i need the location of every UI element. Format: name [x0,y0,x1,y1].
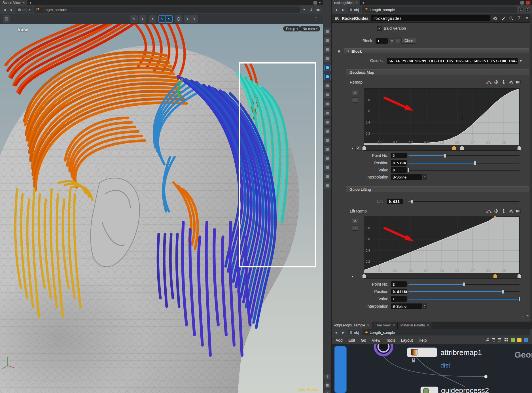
tab-material-palette[interactable]: Material Palette ✕ [398,322,432,329]
display-tool-icon[interactable] [324,92,330,98]
brush-icon[interactable] [500,16,506,21]
network-canvas[interactable]: attribremap1 dist guideprocess2 Geom [332,344,532,393]
ramp-collapse-icon[interactable]: ▾ [350,146,355,151]
ramp-collapse-icon[interactable]: ▾ [350,274,355,279]
viewport-tool-icon[interactable] [175,15,182,23]
block-field[interactable]: 1 [376,38,388,44]
tab-network-path[interactable]: /obj/Length_sample ✕ [332,322,372,329]
close-icon[interactable]: ✕ [393,324,395,327]
list-view-icon[interactable] [498,338,502,343]
remap-interp-stepper[interactable]: ▲▼ [423,174,427,180]
back-button[interactable]: ◀ [333,7,339,12]
ramp-point-dot[interactable] [461,117,463,120]
display-tool-icon[interactable] [324,28,330,35]
pane-layout-icon[interactable] [520,1,524,5]
ramp-delete-button[interactable]: ✕ [352,90,358,95]
display-tool-icon[interactable] [324,128,330,134]
liftramp-interp-dropdown[interactable]: B-Spline [391,303,422,309]
lift-slider[interactable] [408,199,520,204]
display-tool-icon[interactable] [324,110,330,116]
record-icon[interactable] [526,1,530,5]
forward-button[interactable]: ▶ [340,7,346,12]
guide-lifting-header[interactable]: Guide Lifting [346,186,529,192]
remap-value-slider[interactable] [408,167,520,173]
block-section-header[interactable]: ▼ Block [344,48,529,54]
remap-interp-dropdown[interactable]: B-Spline [391,174,422,180]
guides-field[interactable]: 56 74 79-80 98-99 101-103 105 107-145 14… [387,58,518,64]
liftramp-interp-stepper[interactable]: ▲▼ [423,303,427,309]
ramp-point-handle[interactable] [460,146,464,150]
remap-point-field[interactable]: 2 [391,153,407,158]
block-increment-button[interactable]: + [389,38,395,43]
liftramp-point-slider[interactable] [408,281,520,287]
forward-button[interactable]: ▶ [340,330,346,335]
back-button[interactable]: ◀ [2,7,7,12]
display-tool-icon[interactable] [324,101,330,107]
guideprocess-node[interactable] [421,387,438,393]
move-vertical-icon[interactable] [501,208,506,214]
pane-resize-controls[interactable]: ↔ ≡ [520,313,529,318]
ramp-options-icon[interactable] [355,146,361,151]
lift-ramp-handles[interactable] [364,273,520,279]
display-tool-icon[interactable] [324,65,330,71]
display-tool-icon[interactable] [324,37,330,44]
node-path-field[interactable]: Length_sample [362,7,517,13]
menu-go[interactable]: Go [361,338,366,343]
persp-view-button[interactable]: Persp ▾ [283,26,301,31]
display-tool-icon[interactable] [324,164,330,171]
viewport-tool-icon[interactable] [158,15,166,23]
liftramp-position-field[interactable]: 0.84486 [391,289,407,294]
expand-icon[interactable]: ▶ [520,59,522,62]
export-icon[interactable] [511,338,515,342]
menu-icon[interactable]: ≡ [524,16,530,21]
move-vertical-icon[interactable] [501,79,506,85]
params-scroll-strip[interactable] [530,14,532,322]
ramp-point-handle[interactable] [518,146,521,150]
remap-ramp-handles[interactable] [364,145,520,151]
add-tab-button[interactable]: + [28,0,33,5]
edit-network-icon[interactable] [517,338,522,342]
strip-bottom-icon[interactable]: ▦ [324,382,330,388]
display-tool-icon[interactable] [324,173,330,180]
close-icon[interactable]: ✕ [355,1,358,4]
dot-node[interactable] [484,375,488,378]
node-path-field[interactable]: Length_sample [34,7,300,13]
gear-icon[interactable] [508,79,514,85]
close-icon[interactable]: ✕ [367,324,369,327]
move-all-icon[interactable] [493,208,499,214]
display-tool-icon[interactable] [324,83,330,89]
geodesic-map-header[interactable]: Geodesic Map [346,69,529,75]
ramp-point-handle[interactable] [493,274,497,278]
section-menu-icon[interactable]: ≡ [336,49,342,54]
move-all-icon[interactable] [493,79,499,85]
node-path-field[interactable]: Length_sample [362,329,530,335]
wrench-icon[interactable] [485,338,489,343]
display-tool-icon[interactable] [324,46,330,53]
menu-tools[interactable]: Tools [386,338,395,343]
viewport-3d[interactable]: View Persp ▾ No cam ▾ Indie Edition [0,24,323,393]
ramp-point-handle[interactable] [518,274,521,278]
lift-ramp-chart[interactable]: 0.10.20.30.40.50.60.70.80.90.80.60.40.2 [364,216,520,273]
grid-handle-icon[interactable] [3,15,10,23]
block-decrement-button[interactable]: − [395,38,400,43]
input-count-badge[interactable]: 1 [518,7,523,12]
ramp-point-dot[interactable] [494,216,496,218]
liftramp-point-field[interactable]: 2 [391,281,407,287]
clear-button[interactable]: Clear [401,38,416,44]
info-panel-icon[interactable] [524,338,528,342]
add-tab-button[interactable]: + [432,322,438,329]
ramp-add-button[interactable]: + [352,226,358,231]
display-tool-icon[interactable] [324,146,330,152]
strip-bottom-icon[interactable]: i [324,373,330,380]
gear-icon[interactable] [508,208,514,214]
breadcrumb-obj[interactable]: obj [347,7,361,12]
remap-ramp-chart[interactable]: 0.10.20.30.40.50.60.70.80.90.80.60.40.2 [364,88,520,145]
ramp-point-handle[interactable] [363,146,366,150]
strip-bottom-icon[interactable]: Z [324,390,330,393]
menu-view[interactable]: View [372,338,380,343]
liftramp-value-field[interactable]: 1 [391,296,407,302]
node-flag-column[interactable] [334,346,346,393]
node-info-icon[interactable] [334,16,340,21]
grid-view-icon[interactable] [504,338,508,343]
breadcrumb-obj[interactable]: obj ▶ [16,7,33,12]
